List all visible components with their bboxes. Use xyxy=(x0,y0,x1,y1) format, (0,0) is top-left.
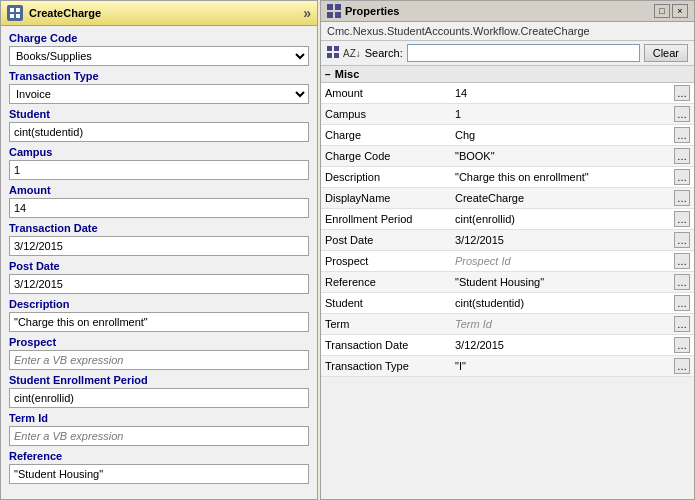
field-group-reference: Reference xyxy=(9,450,309,484)
field-group-term-id: Term Id xyxy=(9,412,309,446)
properties-icon xyxy=(327,4,341,18)
field-group-charge-code: Charge CodeBooks/Supplies xyxy=(9,32,309,66)
table-row: ChargeChg… xyxy=(321,125,694,146)
table-row: Transaction Date3/12/2015… xyxy=(321,335,694,356)
field-input-amount[interactable] xyxy=(9,198,309,218)
field-label-enrollment-period: Student Enrollment Period xyxy=(9,374,309,386)
prop-edit-button[interactable]: … xyxy=(674,211,690,227)
svg-rect-6 xyxy=(327,53,332,58)
minimize-button[interactable]: □ xyxy=(654,4,670,18)
field-label-transaction-date: Transaction Date xyxy=(9,222,309,234)
breadcrumb-text: Cmc.Nexus.StudentAccounts.Workflow.Creat… xyxy=(327,25,590,37)
sort-az-icon[interactable]: AZ↓ xyxy=(343,48,361,59)
field-label-reference: Reference xyxy=(9,450,309,462)
field-group-amount: Amount xyxy=(9,184,309,218)
field-label-campus: Campus xyxy=(9,146,309,158)
properties-table-container: − Misc Amount14…Campus1…ChargeChg…Charge… xyxy=(321,66,694,499)
create-charge-panel: CreateCharge » Charge CodeBooks/Supplies… xyxy=(0,0,318,500)
field-group-transaction-date: Transaction Date xyxy=(9,222,309,256)
field-input-enrollment-period[interactable] xyxy=(9,388,309,408)
prop-name: Description xyxy=(321,167,451,188)
svg-rect-4 xyxy=(327,46,332,51)
field-label-amount: Amount xyxy=(9,184,309,196)
table-row: Studentcint(studentid)… xyxy=(321,293,694,314)
prop-name: Campus xyxy=(321,104,451,125)
prop-value: Prospect Id xyxy=(451,251,670,272)
field-input-reference[interactable] xyxy=(9,464,309,484)
form-body: Charge CodeBooks/SuppliesTransaction Typ… xyxy=(1,26,317,494)
table-row: Description"Charge this on enrollment"… xyxy=(321,167,694,188)
prop-value: Term Id xyxy=(451,314,670,335)
field-label-charge-code: Charge Code xyxy=(9,32,309,44)
window-controls: □ × xyxy=(654,4,688,18)
prop-edit-button[interactable]: … xyxy=(674,148,690,164)
prop-name: Student xyxy=(321,293,451,314)
prop-edit-button[interactable]: … xyxy=(674,253,690,269)
table-row: ProspectProspect Id… xyxy=(321,251,694,272)
prop-edit-button[interactable]: … xyxy=(674,169,690,185)
table-row: DisplayNameCreateCharge… xyxy=(321,188,694,209)
prop-name: Transaction Date xyxy=(321,335,451,356)
prop-value: 14 xyxy=(451,83,670,104)
prop-edit-button[interactable]: … xyxy=(674,337,690,353)
prop-name: Reference xyxy=(321,272,451,293)
field-input-transaction-date[interactable] xyxy=(9,236,309,256)
search-row: AZ↓ Search: Clear xyxy=(321,41,694,66)
svg-rect-1 xyxy=(16,8,20,12)
misc-label: Misc xyxy=(335,68,359,80)
clear-button[interactable]: Clear xyxy=(644,44,688,62)
svg-rect-0 xyxy=(10,8,14,12)
field-group-transaction-type: Transaction TypeInvoice xyxy=(9,70,309,104)
properties-panel: Properties □ × Cmc.Nexus.StudentAccounts… xyxy=(320,0,695,500)
collapse-icon[interactable]: » xyxy=(303,5,311,21)
prop-name: Transaction Type xyxy=(321,356,451,377)
misc-expand-icon[interactable]: − xyxy=(325,69,331,80)
prop-value: cint(studentid) xyxy=(451,293,670,314)
left-panel-header: CreateCharge » xyxy=(1,1,317,26)
search-input[interactable] xyxy=(407,44,640,62)
field-group-prospect: Prospect xyxy=(9,336,309,370)
svg-rect-5 xyxy=(334,46,339,51)
field-label-transaction-type: Transaction Type xyxy=(9,70,309,82)
search-icon-group: AZ↓ xyxy=(327,46,361,60)
misc-section-header: − Misc xyxy=(321,66,694,83)
prop-edit-button[interactable]: … xyxy=(674,232,690,248)
prop-edit-button[interactable]: … xyxy=(674,106,690,122)
properties-title: Properties xyxy=(327,4,399,18)
field-input-description[interactable] xyxy=(9,312,309,332)
prop-edit-button[interactable]: … xyxy=(674,316,690,332)
prop-edit-button[interactable]: … xyxy=(674,274,690,290)
field-input-post-date[interactable] xyxy=(9,274,309,294)
field-group-campus: Campus xyxy=(9,146,309,180)
table-row: TermTerm Id… xyxy=(321,314,694,335)
field-label-student: Student xyxy=(9,108,309,120)
field-input-prospect[interactable] xyxy=(9,350,309,370)
prop-name: Enrollment Period xyxy=(321,209,451,230)
prop-edit-button[interactable]: … xyxy=(674,358,690,374)
close-button[interactable]: × xyxy=(672,4,688,18)
prop-value: "Student Housing" xyxy=(451,272,670,293)
field-input-term-id[interactable] xyxy=(9,426,309,446)
header-left: CreateCharge xyxy=(7,5,101,21)
prop-name: DisplayName xyxy=(321,188,451,209)
table-row: Reference"Student Housing"… xyxy=(321,272,694,293)
field-select-charge-code[interactable]: Books/Supplies xyxy=(9,46,309,66)
field-group-post-date: Post Date xyxy=(9,260,309,294)
prop-value: CreateCharge xyxy=(451,188,670,209)
svg-rect-3 xyxy=(16,14,20,18)
field-input-student[interactable] xyxy=(9,122,309,142)
category-icon xyxy=(327,46,341,60)
prop-edit-button[interactable]: … xyxy=(674,85,690,101)
prop-name: Charge Code xyxy=(321,146,451,167)
search-label: Search: xyxy=(365,47,403,59)
field-select-transaction-type[interactable]: Invoice xyxy=(9,84,309,104)
svg-rect-7 xyxy=(334,53,339,58)
prop-edit-button[interactable]: … xyxy=(674,295,690,311)
prop-name: Post Date xyxy=(321,230,451,251)
field-input-campus[interactable] xyxy=(9,160,309,180)
prop-edit-button[interactable]: … xyxy=(674,190,690,206)
prop-edit-button[interactable]: … xyxy=(674,127,690,143)
table-row: Enrollment Periodcint(enrollid)… xyxy=(321,209,694,230)
field-label-post-date: Post Date xyxy=(9,260,309,272)
field-group-student: Student xyxy=(9,108,309,142)
